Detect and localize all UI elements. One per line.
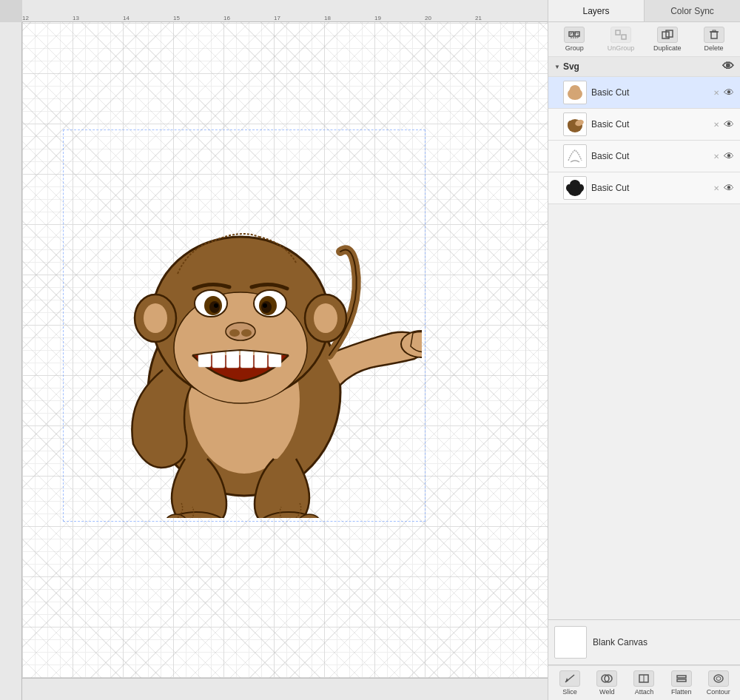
panel-tabs: Layers Color Sync <box>548 0 740 22</box>
flatten-label: Flatten <box>671 688 692 696</box>
layer-label-2: Basic Cut <box>591 119 709 129</box>
group-icon <box>564 27 585 43</box>
svg-rect-35 <box>622 35 626 39</box>
selection-border <box>63 129 426 522</box>
layer-eye-4[interactable]: 👁 <box>724 182 734 194</box>
svg-rect-59 <box>677 676 686 678</box>
delete-icon <box>704 27 724 43</box>
duplicate-button[interactable]: Duplicate <box>651 27 684 52</box>
contour-button[interactable]: Contour <box>702 670 735 696</box>
layer-eye-2[interactable]: 👁 <box>724 118 734 130</box>
layer-row-4[interactable]: Basic Cut ✕ 👁 <box>548 172 740 204</box>
svg-point-61 <box>714 675 723 682</box>
layer-row-1[interactable]: Basic Cut ✕ 👁 <box>548 77 740 109</box>
layer-close-4[interactable]: ✕ <box>713 184 719 192</box>
layer-thumb-2 <box>563 112 587 136</box>
group-button[interactable]: Group <box>558 27 591 52</box>
svg-rect-34 <box>616 30 620 35</box>
blank-canvas-label: Blank Canvas <box>593 637 648 647</box>
svg-rect-60 <box>677 679 686 682</box>
svg-point-53 <box>578 184 584 192</box>
ungroup-button[interactable]: UnGroup <box>605 27 637 52</box>
layer-close-3[interactable]: ✕ <box>713 152 719 161</box>
attach-icon <box>633 670 654 687</box>
ruler-left <box>0 22 22 700</box>
contour-label: Contour <box>707 688 730 696</box>
blank-canvas-row[interactable]: Blank Canvas <box>548 619 740 665</box>
grid-canvas[interactable] <box>22 22 548 678</box>
expand-triangle: ▼ <box>554 64 560 70</box>
attach-button[interactable]: Attach <box>628 670 660 696</box>
layer-label-4: Basic Cut <box>591 183 709 193</box>
panel-toolbar: Group UnGroup Duplicate Delete <box>548 22 740 57</box>
attach-label: Attach <box>635 688 654 696</box>
duplicate-label: Duplicate <box>653 44 682 52</box>
weld-label: Weld <box>599 688 614 696</box>
weld-button[interactable]: Weld <box>591 670 623 696</box>
ungroup-label: UnGroup <box>608 44 635 52</box>
layer-close-1[interactable]: ✕ <box>713 89 719 97</box>
svg-point-52 <box>566 184 572 192</box>
svg-group-row[interactable]: ▼ Svg 👁 <box>548 57 740 77</box>
svg-rect-48 <box>565 146 585 166</box>
flatten-icon <box>671 670 692 687</box>
ungroup-icon <box>610 27 631 43</box>
svg-point-46 <box>568 121 574 128</box>
ruler-top: 12 13 14 15 16 17 18 19 20 21 <box>22 0 548 22</box>
svg-rect-31 <box>569 32 574 36</box>
bottom-panel-toolbar: Slice Weld Attach Flatten Contour <box>548 665 740 700</box>
svg-group-label: Svg <box>563 61 579 72</box>
contour-icon <box>708 670 729 687</box>
ruler-bottom <box>22 678 548 700</box>
delete-button[interactable]: Delete <box>698 27 730 52</box>
group-label: Group <box>565 44 584 52</box>
monkey-container[interactable] <box>67 133 422 518</box>
layer-thumb-3 <box>563 144 587 168</box>
blank-canvas-thumb <box>554 626 587 659</box>
svg-rect-38 <box>711 32 717 38</box>
canvas-area[interactable]: 12 13 14 15 16 17 18 19 20 21 <box>0 0 548 700</box>
layer-eye-1[interactable]: 👁 <box>724 87 734 98</box>
svg-rect-32 <box>575 32 579 36</box>
tab-layers[interactable]: Layers <box>548 0 645 21</box>
layer-eye-3[interactable]: 👁 <box>724 150 734 162</box>
layer-row-2[interactable]: Basic Cut ✕ 👁 <box>548 109 740 141</box>
layer-thumb-1 <box>563 81 587 104</box>
layer-thumb-4 <box>563 176 587 200</box>
weld-icon <box>596 670 617 687</box>
svg-point-62 <box>716 677 721 681</box>
svg-point-43 <box>570 85 580 94</box>
layer-label-1: Basic Cut <box>591 87 709 98</box>
tab-color-sync[interactable]: Color Sync <box>645 0 740 21</box>
layers-list: ▼ Svg 👁 Basic Cut ✕ 👁 Basic Cut ✕ 👁 <box>548 57 740 619</box>
slice-button[interactable]: Slice <box>554 670 586 696</box>
delete-label: Delete <box>704 44 724 52</box>
flatten-button[interactable]: Flatten <box>665 670 698 696</box>
svg-rect-40 <box>713 30 716 32</box>
svg-rect-33 <box>571 33 578 38</box>
svg-eye-icon[interactable]: 👁 <box>722 60 734 73</box>
duplicate-icon <box>657 27 678 43</box>
layer-label-3: Basic Cut <box>591 151 709 161</box>
layer-row-3[interactable]: Basic Cut ✕ 👁 <box>548 141 740 172</box>
layer-close-2[interactable]: ✕ <box>713 121 719 129</box>
right-panel: Layers Color Sync Group UnGroup Duplicat… <box>548 0 740 700</box>
slice-icon <box>559 670 580 687</box>
slice-label: Slice <box>562 688 577 696</box>
